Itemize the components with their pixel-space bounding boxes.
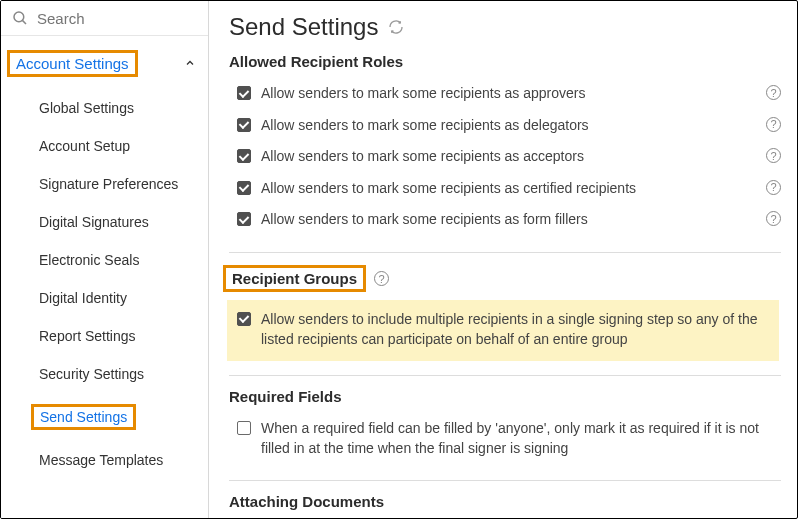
sidebar-section-account-settings[interactable]: Account Settings <box>1 36 208 89</box>
divider <box>229 480 781 481</box>
sidebar-item-report-settings[interactable]: Report Settings <box>1 317 208 355</box>
option-row: Allow senders to mark some recipients as… <box>229 112 781 144</box>
option-row: Allow senders to mark some recipients as… <box>229 143 781 175</box>
help-icon[interactable] <box>374 271 389 286</box>
help-icon[interactable] <box>766 211 781 226</box>
option-label: Allow senders to mark some recipients as… <box>261 147 756 167</box>
sidebar-item-label: Signature Preferences <box>39 176 178 192</box>
sidebar-item-digital-signatures[interactable]: Digital Signatures <box>1 203 208 241</box>
required-fields-options: When a required field can be filled by '… <box>229 415 781 466</box>
section-title-attaching-documents: Attaching Documents <box>229 493 781 510</box>
option-label: Allow senders to include multiple recipi… <box>261 310 767 349</box>
sidebar-item-label: Global Settings <box>39 100 134 116</box>
sidebar-item-signature-preferences[interactable]: Signature Preferences <box>1 165 208 203</box>
checkbox[interactable] <box>237 312 251 326</box>
allowed-roles-options: Allow senders to mark some recipients as… <box>229 80 781 238</box>
checkbox[interactable] <box>237 86 251 100</box>
option-label: Allow senders to mark some recipients as… <box>261 84 756 104</box>
chevron-up-icon <box>184 56 196 72</box>
main-content: Send Settings Allowed Recipient Roles Al… <box>209 1 797 518</box>
option-label: Allow senders to mark some recipients as… <box>261 210 756 230</box>
checkbox[interactable] <box>237 181 251 195</box>
sidebar-item-global-settings[interactable]: Global Settings <box>1 89 208 127</box>
search-input[interactable] <box>37 10 198 27</box>
svg-line-1 <box>22 20 26 24</box>
section-title-recipient-groups: Recipient Groups <box>223 265 366 292</box>
sidebar-item-label: Send Settings <box>31 404 136 430</box>
sidebar-item-security-settings[interactable]: Security Settings <box>1 355 208 393</box>
option-row: When a required field can be filled by '… <box>229 415 781 466</box>
option-row: Allow senders to mark some recipients as… <box>229 175 781 207</box>
sidebar-nav-list: Global Settings Account Setup Signature … <box>1 89 208 479</box>
sidebar-item-label: Account Setup <box>39 138 130 154</box>
section-header-recipient-groups: Recipient Groups <box>229 265 781 292</box>
help-icon[interactable] <box>766 148 781 163</box>
section-title-required-fields: Required Fields <box>229 388 781 405</box>
option-label: Allow senders to mark some recipients as… <box>261 116 756 136</box>
sidebar-item-digital-identity[interactable]: Digital Identity <box>1 279 208 317</box>
search-icon <box>11 9 29 27</box>
option-row: Allow senders to mark some recipients as… <box>229 80 781 112</box>
sidebar-item-electronic-seals[interactable]: Electronic Seals <box>1 241 208 279</box>
refresh-icon[interactable] <box>388 19 404 38</box>
option-row: Allow senders to mark some recipients as… <box>229 206 781 238</box>
checkbox[interactable] <box>237 212 251 226</box>
option-row: Allow senders to include multiple recipi… <box>237 310 767 349</box>
sidebar: Account Settings Global Settings Account… <box>1 1 209 518</box>
help-icon[interactable] <box>766 117 781 132</box>
section-title-allowed-roles: Allowed Recipient Roles <box>229 53 781 70</box>
help-icon[interactable] <box>766 180 781 195</box>
help-icon[interactable] <box>766 85 781 100</box>
sidebar-item-label: Report Settings <box>39 328 136 344</box>
sidebar-item-label: Digital Identity <box>39 290 127 306</box>
checkbox[interactable] <box>237 421 251 435</box>
option-label: When a required field can be filled by '… <box>261 419 781 458</box>
recipient-groups-options: Allow senders to include multiple recipi… <box>237 310 767 349</box>
sidebar-item-label: Security Settings <box>39 366 144 382</box>
highlighted-option-block: Allow senders to include multiple recipi… <box>227 300 779 361</box>
sidebar-item-message-templates[interactable]: Message Templates <box>1 441 208 479</box>
checkbox[interactable] <box>237 149 251 163</box>
sidebar-item-label: Message Templates <box>39 452 163 468</box>
checkbox[interactable] <box>237 118 251 132</box>
sidebar-item-label: Digital Signatures <box>39 214 149 230</box>
option-label: Allow senders to mark some recipients as… <box>261 179 756 199</box>
sidebar-item-account-setup[interactable]: Account Setup <box>1 127 208 165</box>
page-title-row: Send Settings <box>229 13 781 41</box>
sidebar-item-label: Electronic Seals <box>39 252 139 268</box>
sidebar-item-send-settings[interactable]: Send Settings <box>1 393 208 441</box>
svg-point-0 <box>14 12 24 22</box>
divider <box>229 375 781 376</box>
sidebar-section-label: Account Settings <box>7 50 138 77</box>
divider <box>229 252 781 253</box>
page-title: Send Settings <box>229 13 378 41</box>
search-row <box>1 1 208 36</box>
